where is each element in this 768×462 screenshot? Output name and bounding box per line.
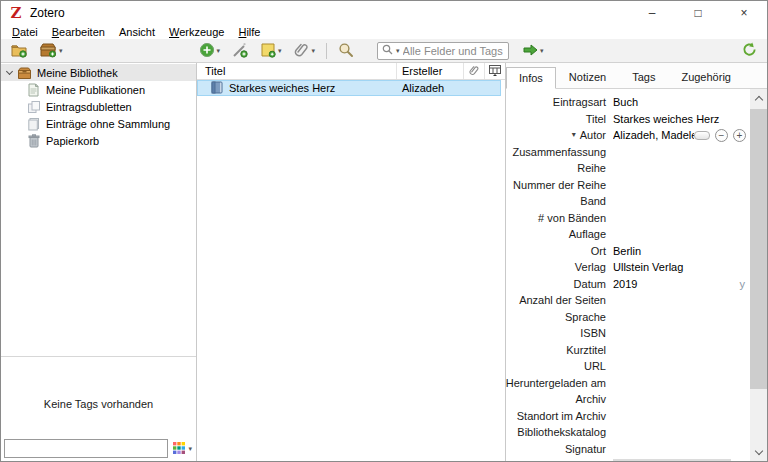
tag-filter-input[interactable] [4, 439, 168, 458]
new-library-caret-icon: ▾ [59, 47, 63, 54]
locate-button[interactable]: ▾ [521, 42, 546, 60]
field-label: Eintragsart [553, 96, 606, 108]
tag-selector: Keine Tags vorhanden ▾ [1, 356, 196, 461]
new-library-icon [39, 42, 57, 60]
menu-ansicht[interactable]: Ansicht [112, 26, 162, 38]
maximize-button[interactable]: □ [675, 1, 721, 25]
attachment-column-icon [469, 65, 480, 78]
field-row-von-b-nden: # von Bänden [506, 210, 750, 227]
field-label: Autor [580, 129, 606, 141]
field-row-sprache: Sprache [506, 309, 750, 326]
search-options-caret-icon[interactable]: ▾ [396, 47, 400, 54]
add-attachment-icon [294, 42, 310, 60]
field-row-archiv: Archiv [506, 391, 750, 408]
search-input[interactable] [403, 45, 504, 57]
expander-chevron-icon[interactable] [6, 67, 13, 74]
tag-colors-caret-icon: ▾ [188, 445, 192, 452]
tag-colors-button[interactable]: ▾ [172, 441, 192, 457]
field-label: Titel [586, 113, 606, 125]
table-row[interactable]: Starkes weiches HerzAlizadeh [197, 80, 501, 96]
sidebar-item-eintr-ge-ohne-sammlung[interactable]: Einträge ohne Sammlung [1, 115, 196, 132]
chevron-down-icon [754, 446, 762, 454]
sidebar-item-papierkorb[interactable]: Papierkorb [1, 132, 196, 149]
tab-infos[interactable]: Infos [506, 67, 556, 89]
sidebar-item-label: Eintragsdubletten [46, 101, 132, 113]
new-item-button[interactable]: ▾ [197, 41, 223, 61]
date-precision-indicator: y [740, 278, 746, 290]
column-header-attachment[interactable] [464, 63, 485, 79]
field-value[interactable]: Starkes weiches Herz [613, 113, 750, 125]
scrollbar-track[interactable] [750, 106, 767, 444]
item-creator: Alizadeh [396, 82, 444, 94]
tab-notizen[interactable]: Notizen [556, 66, 619, 88]
field-label: Signatur [565, 443, 606, 455]
new-note-button[interactable]: ▾ [258, 41, 284, 61]
chevron-up-icon [754, 95, 762, 103]
field-value[interactable]: Buch [613, 96, 750, 108]
publications-icon [26, 82, 41, 97]
close-button[interactable]: × [721, 1, 767, 25]
tab-tags[interactable]: Tags [619, 66, 668, 88]
item-details-pane: InfosNotizenTagsZugehörig EintragsartBuc… [506, 63, 767, 461]
field-label: Archiv [575, 393, 606, 405]
new-library-button[interactable]: ▾ [37, 41, 65, 61]
field-row-ort: OrtBerlin [506, 243, 750, 260]
search-icon[interactable] [382, 44, 393, 57]
remove-creator-button[interactable]: − [715, 129, 728, 142]
field-row-url: URL [506, 358, 750, 375]
field-value[interactable]: 2019 [613, 278, 740, 290]
tab-zugeh-rig[interactable]: Zugehörig [668, 66, 744, 88]
locate-icon [523, 43, 538, 59]
field-label: URL [584, 360, 606, 372]
field-row-kurztitel: Kurztitel [506, 342, 750, 359]
sidebar-item-label: Einträge ohne Sammlung [46, 118, 170, 130]
toggle-name-field-button[interactable] [694, 131, 710, 140]
sidebar-item-meine-bibliothek[interactable]: Meine Bibliothek [1, 64, 196, 81]
field-label: Zusammenfassung [512, 146, 606, 158]
column-header-creator[interactable]: Ersteller [397, 63, 464, 79]
field-label: Anzahl der Seiten [519, 294, 606, 306]
scrollbar-thumb[interactable] [750, 109, 767, 389]
add-attachment-button[interactable]: ▾ [292, 41, 318, 61]
field-label: Nummer der Reihe [513, 179, 606, 191]
field-value[interactable]: Berlin [613, 245, 750, 257]
menu-hilfe[interactable]: Hilfe [231, 26, 267, 38]
field-label: Heruntergeladen am [506, 377, 606, 389]
menu-datei[interactable]: Datei [5, 26, 45, 38]
field-value[interactable]: Ullstein Verlag [613, 261, 750, 273]
field-label: # von Bänden [538, 212, 606, 224]
sidebar-item-eintragsdubletten[interactable]: Eintragsdubletten [1, 98, 196, 115]
add-creator-button[interactable]: + [733, 129, 746, 142]
field-label: Datum [574, 278, 606, 290]
sync-icon [742, 42, 757, 59]
creator-type-caret-icon[interactable]: ▾ [572, 131, 576, 139]
sidebar-item-meine-publikationen[interactable]: Meine Publikationen [1, 81, 196, 98]
column-header-title[interactable]: Titel [197, 63, 397, 79]
field-value[interactable]: Alizadeh, Madeleine [613, 129, 694, 141]
menu-bearbeiten[interactable]: Bearbeiten [45, 26, 112, 38]
items-list-header: Titel Ersteller [197, 63, 505, 80]
field-row-eintragsart: EintragsartBuch [506, 94, 750, 111]
sync-button[interactable] [740, 41, 759, 60]
search-box: ▾ [377, 42, 509, 60]
minimize-button[interactable]: – [629, 1, 675, 25]
field-label: Kurztitel [566, 344, 606, 356]
add-by-identifier-button[interactable] [230, 41, 250, 61]
field-row-auflage: Auflage [506, 226, 750, 243]
zotero-logo-icon: Z [9, 6, 23, 21]
field-row-datum: Datum2019y [506, 276, 750, 293]
scroll-down-button[interactable] [750, 444, 767, 461]
new-collection-button[interactable] [9, 41, 29, 61]
item-pane-scrollbar[interactable] [750, 89, 767, 461]
field-row-standort-im-archiv: Standort im Archiv [506, 408, 750, 425]
unfiled-icon [26, 116, 41, 131]
item-fields: EintragsartBuchTitelStarkes weiches Herz… [506, 89, 767, 461]
field-row-band: Band [506, 193, 750, 210]
scroll-up-button[interactable] [750, 89, 767, 106]
advanced-search-button[interactable] [336, 41, 356, 61]
add-attachment-caret-icon: ▾ [312, 47, 316, 54]
column-picker-button[interactable] [485, 63, 505, 79]
items-pane: Titel Ersteller Starkes weiches HerzAliz… [197, 63, 506, 461]
menu-werkzeuge[interactable]: Werkzeuge [162, 26, 231, 38]
menubar: DateiBearbeitenAnsichtWerkzeugeHilfe [1, 25, 767, 39]
